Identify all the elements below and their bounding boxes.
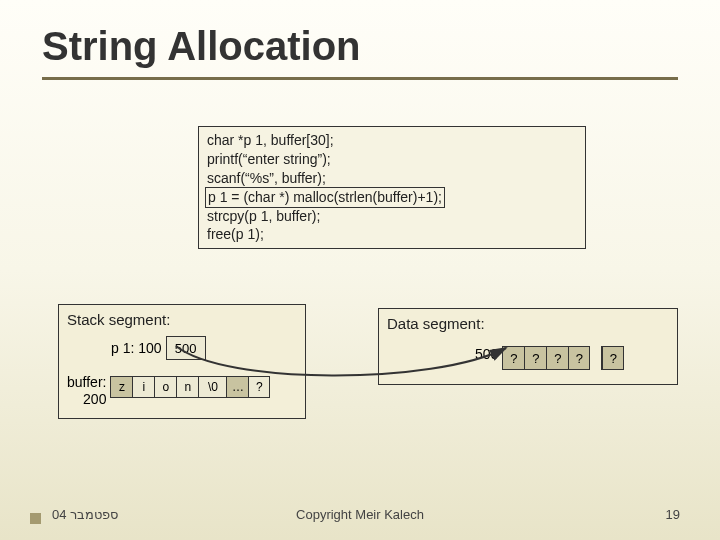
footer-copyright: Copyright Meir Kalech — [296, 507, 424, 522]
title-underline — [42, 77, 678, 80]
data-cell-1: ? — [524, 346, 546, 370]
data-cell-2: ? — [546, 346, 568, 370]
buffer-cell-4: \0 — [198, 376, 226, 398]
data-addr-label: 500 — [475, 346, 498, 362]
code-line-6: free(p 1); — [207, 225, 577, 244]
buffer-cell-5: … — [226, 376, 248, 398]
p1-value-cell: 500 — [166, 336, 206, 360]
code-line-3: scanf(“%s”, buffer); — [207, 169, 577, 188]
decorative-square-icon — [30, 513, 41, 524]
buffer-cell-2: o — [154, 376, 176, 398]
code-line-5: strcpy(p 1, buffer); — [207, 207, 577, 226]
code-line-1: char *p 1, buffer[30]; — [207, 131, 577, 150]
slide-number: 19 — [666, 507, 680, 522]
data-segment-box: Data segment: 500 ? ? ? ? ? — [378, 308, 678, 385]
buffer-label-top: buffer: — [67, 374, 106, 391]
p1-label: p 1: 100 — [111, 340, 162, 356]
stack-segment-box: Stack segment: p 1: 100 500 buffer: 200 … — [58, 304, 306, 419]
data-cell-4: ? — [602, 346, 624, 370]
buffer-cell-0: z — [110, 376, 132, 398]
footer-date: ספטמבר 04 — [52, 507, 118, 522]
stack-segment-label: Stack segment: — [59, 311, 305, 336]
data-cell-0: ? — [502, 346, 524, 370]
buffer-label-bottom: 200 — [83, 391, 106, 408]
data-500-row: 500 ? ? ? ? ? — [379, 340, 677, 370]
data-segment-label: Data segment: — [379, 315, 677, 340]
code-line-4-highlight: p 1 = (char *) malloc(strlen(buffer)+1); — [205, 187, 445, 208]
data-cell-3: ? — [568, 346, 590, 370]
buffer-row: buffer: 200 z i o n \0 … ? — [59, 360, 305, 408]
slide-title: String Allocation — [0, 0, 720, 77]
buffer-cell-3: n — [176, 376, 198, 398]
buffer-cell-6: ? — [248, 376, 270, 398]
code-line-2: printf(“enter string”); — [207, 150, 577, 169]
buffer-cells: z i o n \0 … ? — [110, 376, 270, 398]
data-cells: ? ? ? ? ? — [502, 346, 624, 370]
buffer-cell-1: i — [132, 376, 154, 398]
code-box: char *p 1, buffer[30]; printf(“enter str… — [198, 126, 586, 249]
data-cell-gap — [590, 346, 602, 370]
p1-row: p 1: 100 500 — [59, 336, 305, 360]
